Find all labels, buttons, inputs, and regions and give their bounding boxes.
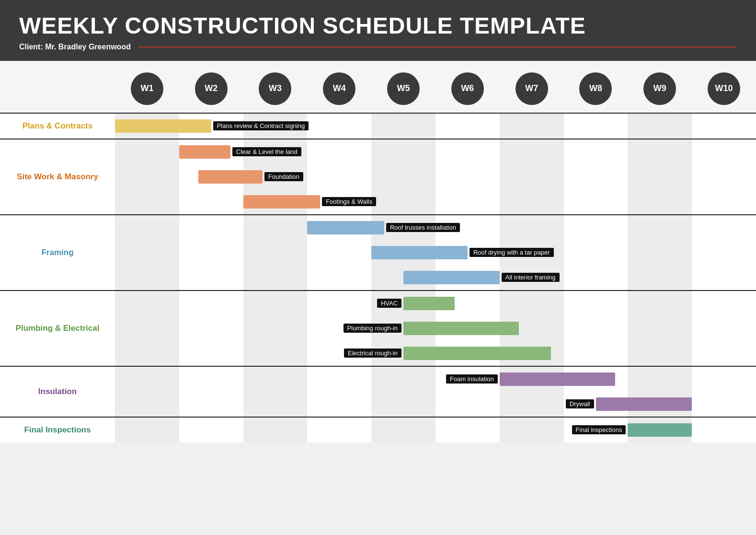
bar-label-plumbing-0: HVAC	[377, 299, 401, 308]
bar-label-insulation-0: Foam insulation	[446, 374, 498, 384]
gantt-area-final: Final inspections	[115, 418, 756, 442]
task-row-framing-1: Roof drying with a tar paper	[115, 240, 756, 265]
gantt-bar-framing-1: Roof drying with a tar paper	[371, 246, 468, 259]
gantt-bar-sitework-0: Clear & Level the land	[179, 145, 230, 159]
section-label-plumbing: Plumbing & Electrical	[16, 324, 100, 333]
section-label-insulation: Insulation	[38, 387, 77, 396]
week-col-w3: W3	[243, 72, 308, 105]
section-plumbing: Plumbing & ElectricalHVACPlumbing rough-…	[0, 290, 756, 366]
section-label-col-plumbing: Plumbing & Electrical	[0, 291, 115, 366]
bar-label-framing-2: All interior framing	[502, 273, 560, 282]
gantt-bar-plumbing-1: Plumbing rough-in	[403, 322, 519, 335]
section-label-col-insulation: Insulation	[0, 367, 115, 417]
section-insulation: InsulationFoam insulationDrywall	[0, 366, 756, 417]
bar-label-framing-1: Roof drying with a tar paper	[470, 248, 554, 257]
week-col-w7: W7	[500, 72, 564, 105]
bar-label-sitework-0: Clear & Level the land	[232, 147, 301, 156]
gantt-bar-insulation-1: Drywall	[596, 397, 692, 411]
task-row-plans-0: Plans review & Contract signing	[115, 114, 756, 139]
bar-label-insulation-1: Drywall	[566, 399, 594, 408]
bar-label-plumbing-2: Electrical rough-in	[344, 349, 401, 358]
week-bubble-w2: W2	[195, 72, 228, 105]
gantt-area-sitework: Clear & Level the landFoundationFootings…	[115, 140, 756, 214]
week-bubble-w6: W6	[451, 72, 484, 105]
bar-label-framing-0: Roof trusses installation	[386, 223, 460, 232]
section-sitework: Site Work & MasonryClear & Level the lan…	[0, 139, 756, 214]
section-label-col-sitework: Site Work & Masonry	[0, 140, 115, 214]
client-bar: Client: Mr. Bradley Greenwood	[19, 43, 737, 51]
client-label: Client: Mr. Bradley Greenwood	[19, 43, 131, 51]
week-bubble-w4: W4	[323, 72, 355, 105]
task-row-plumbing-0: HVAC	[115, 291, 756, 316]
section-plans: Plans & ContractsPlans review & Contract…	[0, 113, 756, 139]
week-bubble-w10: W10	[708, 72, 740, 105]
gantt-bar-plumbing-2: Electrical rough-in	[403, 347, 551, 360]
gantt-bar-final-0: Final inspections	[628, 423, 692, 437]
section-final: Final InspectionsFinal inspections	[0, 417, 756, 442]
week-bubble-w8: W8	[579, 72, 612, 105]
week-col-w8: W8	[564, 72, 628, 105]
task-row-final-0: Final inspections	[115, 418, 756, 442]
bar-label-final-0: Final inspections	[572, 425, 626, 434]
bar-label-sitework-2: Footings & Walls	[322, 197, 376, 206]
week-col-w6: W6	[435, 72, 500, 105]
task-row-framing-0: Roof trusses installation	[115, 215, 756, 240]
weeks-columns: W1W2W3W4W5W6W7W8W9W10	[115, 72, 756, 105]
gantt-area-framing: Roof trusses installationRoof drying wit…	[115, 215, 756, 290]
week-col-w1: W1	[115, 72, 179, 105]
bar-label-plans-0: Plans review & Contract signing	[213, 121, 309, 130]
week-bubble-w9: W9	[643, 72, 676, 105]
gantt-bar-insulation-0: Foam insulation	[500, 372, 615, 386]
gantt-bar-plans-0: Plans review & Contract signing	[115, 119, 211, 133]
week-bubble-w3: W3	[259, 72, 291, 105]
gantt-bar-sitework-1: Foundation	[198, 170, 263, 184]
week-bubble-w7: W7	[515, 72, 548, 105]
week-col-w9: W9	[628, 72, 692, 105]
bar-label-sitework-1: Foundation	[264, 172, 303, 181]
task-row-insulation-1: Drywall	[115, 392, 756, 417]
task-row-framing-2: All interior framing	[115, 265, 756, 290]
section-label-col-final: Final Inspections	[0, 418, 115, 442]
header: WEEKLY CONSTRUCTION SCHEDULE TEMPLATE Cl…	[0, 0, 756, 61]
client-line	[138, 47, 737, 47]
task-row-insulation-0: Foam insulation	[115, 367, 756, 392]
schedule-container: W1W2W3W4W5W6W7W8W9W10Plans & ContractsPl…	[0, 61, 756, 442]
task-row-sitework-1: Foundation	[115, 164, 756, 189]
gantt-bar-sitework-2: Footings & Walls	[243, 195, 321, 209]
gantt-bar-framing-2: All interior framing	[403, 271, 500, 284]
gantt-bar-framing-0: Roof trusses installation	[307, 221, 384, 234]
week-col-w5: W5	[371, 72, 435, 105]
task-row-plumbing-2: Electrical rough-in	[115, 341, 756, 366]
week-bubble-w5: W5	[387, 72, 420, 105]
week-bubble-w1: W1	[131, 72, 163, 105]
section-framing: FramingRoof trusses installationRoof dry…	[0, 214, 756, 290]
gantt-area-insulation: Foam insulationDrywall	[115, 367, 756, 417]
task-row-sitework-0: Clear & Level the land	[115, 140, 756, 164]
bar-label-plumbing-1: Plumbing rough-in	[344, 324, 402, 333]
task-row-plumbing-1: Plumbing rough-in	[115, 316, 756, 341]
section-label-final: Final Inspections	[24, 425, 91, 435]
task-row-sitework-2: Footings & Walls	[115, 189, 756, 214]
page-title: WEEKLY CONSTRUCTION SCHEDULE TEMPLATE	[19, 13, 737, 39]
gantt-area-plans: Plans review & Contract signing	[115, 114, 756, 139]
section-label-framing: Framing	[41, 248, 73, 257]
weeks-header-row: W1W2W3W4W5W6W7W8W9W10	[0, 61, 756, 113]
section-label-plans: Plans & Contracts	[23, 121, 92, 131]
section-label-sitework: Site Work & Masonry	[17, 172, 98, 182]
gantt-bar-plumbing-0: HVAC	[403, 297, 455, 310]
section-label-col-plans: Plans & Contracts	[0, 114, 115, 139]
gantt-area-plumbing: HVACPlumbing rough-inElectrical rough-in	[115, 291, 756, 366]
section-label-col-framing: Framing	[0, 215, 115, 290]
week-col-w10: W10	[692, 72, 756, 105]
week-col-w2: W2	[179, 72, 243, 105]
week-col-w4: W4	[307, 72, 371, 105]
